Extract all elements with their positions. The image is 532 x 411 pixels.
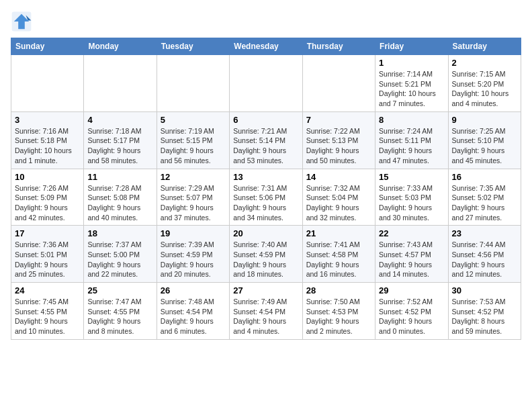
day-info: Sunrise: 7:48 AM Sunset: 4:54 PM Dayligh… (161, 297, 226, 336)
calendar-week-3: 10Sunrise: 7:26 AM Sunset: 5:09 PM Dayli… (11, 169, 521, 226)
calendar-cell: 10Sunrise: 7:26 AM Sunset: 5:09 PM Dayli… (11, 169, 84, 226)
day-number: 11 (87, 172, 152, 182)
calendar-cell: 7Sunrise: 7:22 AM Sunset: 5:13 PM Daylig… (302, 111, 375, 169)
calendar-cell: 26Sunrise: 7:48 AM Sunset: 4:54 PM Dayli… (157, 283, 229, 340)
day-info: Sunrise: 7:40 AM Sunset: 4:59 PM Dayligh… (233, 240, 298, 279)
calendar-cell: 23Sunrise: 7:44 AM Sunset: 4:56 PM Dayli… (448, 226, 521, 283)
calendar-cell: 27Sunrise: 7:49 AM Sunset: 4:54 PM Dayli… (230, 283, 302, 340)
day-number: 10 (15, 172, 80, 182)
day-number: 29 (379, 285, 444, 295)
weekday-header-monday: Monday (84, 38, 157, 55)
day-info: Sunrise: 7:53 AM Sunset: 4:52 PM Dayligh… (452, 297, 517, 336)
calendar-cell (230, 55, 302, 112)
weekday-header-saturday: Saturday (448, 38, 521, 55)
calendar-cell: 29Sunrise: 7:52 AM Sunset: 4:52 PM Dayli… (375, 283, 448, 340)
calendar-cell: 19Sunrise: 7:39 AM Sunset: 4:59 PM Dayli… (157, 226, 229, 283)
calendar-cell (11, 55, 84, 112)
calendar-cell: 14Sunrise: 7:32 AM Sunset: 5:04 PM Dayli… (302, 169, 375, 226)
calendar-cell: 5Sunrise: 7:19 AM Sunset: 5:15 PM Daylig… (157, 111, 229, 169)
day-info: Sunrise: 7:19 AM Sunset: 5:15 PM Dayligh… (161, 126, 226, 166)
day-number: 18 (87, 228, 152, 238)
calendar-cell: 4Sunrise: 7:18 AM Sunset: 5:17 PM Daylig… (84, 111, 157, 169)
calendar-cell: 28Sunrise: 7:50 AM Sunset: 4:53 PM Dayli… (302, 283, 375, 340)
day-number: 17 (15, 228, 80, 238)
day-info: Sunrise: 7:49 AM Sunset: 4:54 PM Dayligh… (233, 297, 298, 336)
calendar-cell: 25Sunrise: 7:47 AM Sunset: 4:55 PM Dayli… (84, 283, 157, 340)
calendar-cell: 12Sunrise: 7:29 AM Sunset: 5:07 PM Dayli… (157, 169, 229, 226)
weekday-header-wednesday: Wednesday (230, 38, 302, 55)
day-info: Sunrise: 7:41 AM Sunset: 4:58 PM Dayligh… (306, 240, 371, 279)
calendar-cell: 18Sunrise: 7:37 AM Sunset: 5:00 PM Dayli… (84, 226, 157, 283)
day-info: Sunrise: 7:52 AM Sunset: 4:52 PM Dayligh… (379, 297, 444, 336)
calendar-week-4: 17Sunrise: 7:36 AM Sunset: 5:01 PM Dayli… (11, 226, 521, 283)
calendar-cell: 3Sunrise: 7:16 AM Sunset: 5:18 PM Daylig… (11, 111, 84, 169)
calendar-table: SundayMondayTuesdayWednesdayThursdayFrid… (11, 38, 521, 340)
day-number: 27 (233, 285, 298, 295)
day-info: Sunrise: 7:39 AM Sunset: 4:59 PM Dayligh… (161, 240, 226, 279)
calendar-header-row: SundayMondayTuesdayWednesdayThursdayFrid… (11, 38, 521, 55)
calendar-cell: 2Sunrise: 7:15 AM Sunset: 5:20 PM Daylig… (448, 55, 521, 112)
calendar-cell: 13Sunrise: 7:31 AM Sunset: 5:06 PM Dayli… (230, 169, 302, 226)
day-number: 12 (161, 172, 226, 182)
day-number: 20 (233, 228, 298, 238)
day-number: 30 (452, 285, 517, 295)
day-info: Sunrise: 7:15 AM Sunset: 5:20 PM Dayligh… (452, 69, 517, 109)
calendar-cell (84, 55, 157, 112)
day-number: 24 (15, 285, 80, 295)
day-info: Sunrise: 7:50 AM Sunset: 4:53 PM Dayligh… (306, 297, 371, 336)
day-info: Sunrise: 7:37 AM Sunset: 5:00 PM Dayligh… (87, 240, 152, 279)
day-info: Sunrise: 7:35 AM Sunset: 5:02 PM Dayligh… (452, 183, 517, 223)
day-number: 25 (87, 285, 152, 295)
day-number: 13 (233, 172, 298, 182)
calendar-week-1: 1Sunrise: 7:14 AM Sunset: 5:21 PM Daylig… (11, 55, 521, 112)
calendar-cell: 22Sunrise: 7:43 AM Sunset: 4:57 PM Dayli… (375, 226, 448, 283)
day-number: 6 (233, 115, 298, 125)
logo-icon (11, 11, 32, 32)
calendar-cell: 11Sunrise: 7:28 AM Sunset: 5:08 PM Dayli… (84, 169, 157, 226)
day-info: Sunrise: 7:33 AM Sunset: 5:03 PM Dayligh… (379, 183, 444, 223)
day-info: Sunrise: 7:25 AM Sunset: 5:10 PM Dayligh… (452, 126, 517, 166)
day-number: 22 (379, 228, 444, 238)
day-number: 23 (452, 228, 517, 238)
calendar-cell (157, 55, 229, 112)
calendar-cell: 15Sunrise: 7:33 AM Sunset: 5:03 PM Dayli… (375, 169, 448, 226)
page-header (11, 11, 521, 32)
weekday-header-thursday: Thursday (302, 38, 375, 55)
day-info: Sunrise: 7:24 AM Sunset: 5:11 PM Dayligh… (379, 126, 444, 166)
calendar-cell: 8Sunrise: 7:24 AM Sunset: 5:11 PM Daylig… (375, 111, 448, 169)
day-number: 8 (379, 115, 444, 125)
day-info: Sunrise: 7:22 AM Sunset: 5:13 PM Dayligh… (306, 126, 371, 166)
day-number: 28 (306, 285, 371, 295)
day-info: Sunrise: 7:31 AM Sunset: 5:06 PM Dayligh… (233, 183, 298, 223)
calendar-cell: 16Sunrise: 7:35 AM Sunset: 5:02 PM Dayli… (448, 169, 521, 226)
day-info: Sunrise: 7:16 AM Sunset: 5:18 PM Dayligh… (15, 126, 80, 166)
day-number: 26 (161, 285, 226, 295)
day-info: Sunrise: 7:29 AM Sunset: 5:07 PM Dayligh… (161, 183, 226, 223)
day-info: Sunrise: 7:44 AM Sunset: 4:56 PM Dayligh… (452, 240, 517, 279)
calendar-cell (302, 55, 375, 112)
day-number: 7 (306, 115, 371, 125)
day-info: Sunrise: 7:43 AM Sunset: 4:57 PM Dayligh… (379, 240, 444, 279)
calendar-week-2: 3Sunrise: 7:16 AM Sunset: 5:18 PM Daylig… (11, 111, 521, 169)
weekday-header-sunday: Sunday (11, 38, 84, 55)
day-number: 2 (452, 58, 517, 68)
day-info: Sunrise: 7:26 AM Sunset: 5:09 PM Dayligh… (15, 183, 80, 223)
calendar-cell: 20Sunrise: 7:40 AM Sunset: 4:59 PM Dayli… (230, 226, 302, 283)
day-number: 1 (379, 58, 444, 68)
day-number: 14 (306, 172, 371, 182)
day-info: Sunrise: 7:28 AM Sunset: 5:08 PM Dayligh… (87, 183, 152, 223)
day-number: 3 (15, 115, 80, 125)
day-number: 15 (379, 172, 444, 182)
day-info: Sunrise: 7:47 AM Sunset: 4:55 PM Dayligh… (87, 297, 152, 336)
day-info: Sunrise: 7:21 AM Sunset: 5:14 PM Dayligh… (233, 126, 298, 166)
weekday-header-friday: Friday (375, 38, 448, 55)
day-number: 5 (161, 115, 226, 125)
calendar-cell: 21Sunrise: 7:41 AM Sunset: 4:58 PM Dayli… (302, 226, 375, 283)
calendar-week-5: 24Sunrise: 7:45 AM Sunset: 4:55 PM Dayli… (11, 283, 521, 340)
day-info: Sunrise: 7:14 AM Sunset: 5:21 PM Dayligh… (379, 69, 444, 109)
day-number: 21 (306, 228, 371, 238)
calendar-cell: 6Sunrise: 7:21 AM Sunset: 5:14 PM Daylig… (230, 111, 302, 169)
weekday-header-tuesday: Tuesday (157, 38, 229, 55)
logo (11, 11, 35, 32)
calendar-cell: 17Sunrise: 7:36 AM Sunset: 5:01 PM Dayli… (11, 226, 84, 283)
